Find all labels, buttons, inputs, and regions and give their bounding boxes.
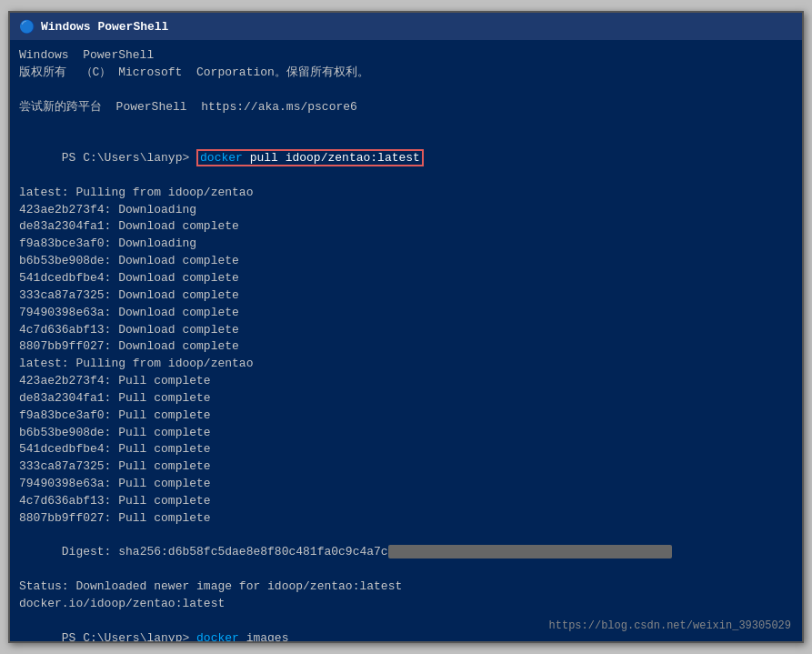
- output-line-5: 541dcedbfbe4: Download complete: [19, 270, 793, 287]
- output-line-0: latest: Pulling from idoop/zentao: [19, 185, 793, 202]
- output-line-7: 79490398e63a: Download complete: [19, 305, 793, 322]
- command2-prompt: PS C:\Users\lanyp>: [62, 631, 196, 641]
- powershell-window: 🔵 Windows PowerShell Windows PowerShell …: [8, 11, 804, 643]
- intro-line-3: [19, 82, 793, 99]
- output-line-3: f9a83bce3af0: Downloading: [19, 236, 793, 253]
- command1-args: pull idoop/zentao:latest: [243, 151, 420, 165]
- output-line-6: 333ca87a7325: Download complete: [19, 287, 793, 305]
- output-line-8: 4c7d636abf13: Download complete: [19, 322, 793, 339]
- intro-line-5: [19, 116, 793, 133]
- output-line-10: latest: Pulling from idoop/zentao: [19, 356, 793, 373]
- command2-args: images: [239, 631, 289, 641]
- output-line-1: 423ae2b273f4: Downloading: [19, 202, 793, 219]
- digest-line: Digest: sha256:d6b58fc5dae8e8f80c481fa0c…: [19, 528, 793, 579]
- intro-line-4: 尝试新的跨平台 PowerShell https://aka.ms/pscore…: [19, 99, 793, 116]
- terminal-body[interactable]: Windows PowerShell 版权所有 （C） Microsoft Co…: [10, 40, 802, 641]
- output-line-9: 8807bb9ff027: Download complete: [19, 338, 793, 356]
- digest-blurred: [388, 545, 672, 558]
- intro-line-1: Windows PowerShell: [19, 47, 793, 65]
- status-line: Status: Downloaded newer image for idoop…: [19, 579, 793, 596]
- output-line-2: de83a2304fa1: Download complete: [19, 218, 793, 236]
- output-line-17: 79490398e63a: Pull complete: [19, 476, 793, 493]
- title-bar: 🔵 Windows PowerShell: [10, 13, 802, 40]
- output-line-4: b6b53be908de: Download complete: [19, 253, 793, 270]
- command1-line: PS C:\Users\lanyp> docker pull idoop/zen…: [19, 133, 793, 185]
- output-line-19: 8807bb9ff027: Pull complete: [19, 510, 793, 528]
- docker-io-line: docker.io/idoop/zentao:latest: [19, 596, 793, 613]
- output-line-12: de83a2304fa1: Pull complete: [19, 390, 793, 407]
- docker-keyword-1: docker: [200, 151, 243, 165]
- command1-prompt: PS C:\Users\lanyp>: [62, 151, 196, 165]
- docker-keyword-2: docker: [196, 631, 239, 641]
- output-line-16: 333ca87a7325: Pull complete: [19, 458, 793, 476]
- intro-line-2: 版权所有 （C） Microsoft Corporation。保留所有权利。: [19, 65, 793, 82]
- powershell-icon: 🔵: [19, 19, 34, 34]
- output-line-13: f9a83bce3af0: Pull complete: [19, 407, 793, 425]
- output-line-14: b6b53be908de: Pull complete: [19, 425, 793, 442]
- output-line-11: 423ae2b273f4: Pull complete: [19, 373, 793, 390]
- window-title: Windows PowerShell: [41, 20, 168, 34]
- digest-prefix: Digest: sha256:d6b58fc5dae8e8f80c481fa0c…: [62, 545, 388, 558]
- footer-url: https://blog.csdn.net/weixin_39305029: [549, 619, 791, 634]
- output-line-18: 4c7d636abf13: Pull complete: [19, 493, 793, 510]
- output-line-15: 541dcedbfbe4: Pull complete: [19, 441, 793, 458]
- command1-highlight: docker pull idoop/zentao:latest: [196, 149, 424, 166]
